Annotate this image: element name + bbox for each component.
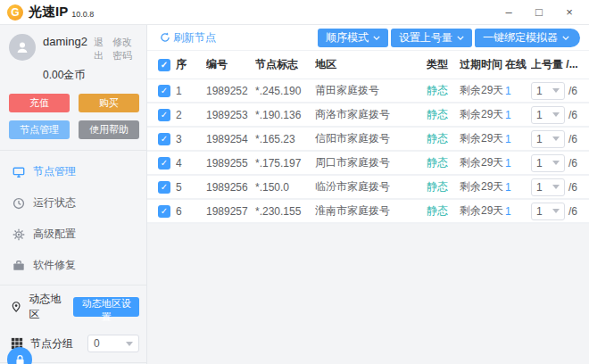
cell-id: 1989253 [206,109,255,121]
minimize-button[interactable]: – [496,3,521,22]
row-checkbox[interactable]: ✓ [158,205,170,218]
main-toolbar: 刷新节点 顺序模式 设置上号量 一键绑定模拟器 [147,25,589,50]
table-row: ✓ 6 1989257 *.230.155 淮南市家庭拨号 静态 剩余29天 1… [147,200,589,224]
cell-id: 1989257 [206,205,255,218]
sidebar-item-software-repair[interactable]: 软件修复 [0,250,146,281]
chevron-down-icon [562,36,569,40]
sidebar-item-run-status[interactable]: 运行状态 [0,187,146,219]
set-slots-button[interactable]: 设置上号量 [391,29,472,47]
node-group-label: 节点分组 [30,336,73,352]
cell-expire: 剩余29天 [460,155,505,170]
clock-icon [12,197,25,210]
refresh-label: 刷新节点 [173,30,216,46]
slots-select[interactable]: 1 [531,130,565,148]
close-button[interactable]: × [557,3,582,22]
help-button[interactable]: 使用帮助 [79,120,139,139]
sidebar: daming2 退出 修改密码 0.00金币 充值 购买 节点管理 使用帮助 节… [0,25,147,364]
table-row: ✓ 3 1989254 *.165.23 信阳市家庭拨号 静态 剩余29天 1 … [147,128,589,152]
sidebar-item-node-manage[interactable]: 节点管理 [0,156,146,187]
cell-expire: 剩余29天 [460,179,505,194]
sidebar-item-label: 节点管理 [33,164,76,179]
header-node: 节点标志 [255,57,315,72]
refresh-nodes-button[interactable]: 刷新节点 [160,30,216,46]
bind-emulator-button[interactable]: 一键绑定模拟器 [475,29,580,47]
slots-select[interactable]: 1 [531,82,565,100]
slots-select[interactable]: 1 [531,154,565,172]
cell-expire: 剩余29天 [460,131,505,146]
slots-value: 1 [536,205,543,218]
cell-id: 1989256 [206,181,255,194]
slots-max: /6 [568,133,577,145]
logout-link[interactable]: 退出 [94,36,106,62]
chevron-down-icon [373,36,380,40]
lock-icon [14,354,26,364]
cell-online: 1 [505,85,531,97]
table-row: ✓ 2 1989253 *.190.136 商洛市家庭拨号 静态 剩余29天 1… [147,103,589,128]
row-checkbox[interactable]: ✓ [158,157,170,170]
refresh-icon [160,32,170,43]
avatar [9,34,36,61]
sidebar-item-label: 软件修复 [33,258,76,273]
cell-region: 信阳市家庭拨号 [315,131,427,146]
row-checkbox[interactable]: ✓ [158,85,170,97]
node-manage-button[interactable]: 节点管理 [9,120,70,139]
row-checkbox[interactable]: ✓ [158,109,170,121]
recharge-button[interactable]: 充值 [9,94,70,112]
toolbox-icon [12,260,25,272]
cell-region: 淮南市家庭拨号 [315,203,427,219]
cell-type: 静态 [427,203,460,219]
maximize-button[interactable]: □ [527,3,552,22]
header-expire: 过期时间 [460,57,505,72]
row-checkbox[interactable]: ✓ [158,133,170,145]
balance: 0.00金币 [43,68,137,83]
buy-button[interactable]: 购买 [79,94,139,112]
table-row: ✓ 1 1989252 *.245.190 莆田家庭拨号 静态 剩余29天 1 … [147,79,589,103]
chevron-down-icon [552,136,560,141]
sidebar-item-advanced-config[interactable]: 高级配置 [0,219,146,250]
cell-seq: 3 [176,133,206,145]
slots-value: 1 [536,157,543,170]
cell-region: 周口市家庭拨号 [315,155,427,170]
chevron-down-icon [552,112,560,117]
header-online: 在线 [505,57,531,72]
monitor-icon [12,166,25,178]
row-checkbox[interactable]: ✓ [158,181,170,194]
order-mode-button[interactable]: 顺序模式 [318,29,388,47]
cell-seq: 1 [176,85,206,97]
select-all-checkbox[interactable]: ✓ [158,59,170,71]
titlebar: G 光速IP 10.0.8 – □ × [0,0,589,25]
cell-seq: 6 [176,205,206,218]
dynamic-region-row: 动态地区 动态地区设置 [0,285,146,328]
cell-expire: 剩余29天 [460,203,505,219]
dynamic-region-settings-button[interactable]: 动态地区设置 [73,297,139,317]
slots-select[interactable]: 1 [531,203,565,220]
cell-online: 1 [505,133,531,145]
app-logo-icon: G [7,4,23,21]
slots-value: 1 [536,181,543,194]
chevron-down-icon [552,185,560,189]
toolbar-buttons: 顺序模式 设置上号量 一键绑定模拟器 [318,29,580,47]
slots-max: /6 [568,205,577,218]
slots-select[interactable]: 1 [531,178,565,196]
cell-node: *.175.197 [255,157,315,170]
cell-expire: 剩余29天 [460,107,505,122]
header-type: 类型 [427,57,460,72]
cell-seq: 5 [176,181,206,194]
cell-node: *.230.155 [255,205,315,218]
table-row: ✓ 4 1989255 *.175.197 周口市家庭拨号 静态 剩余29天 1… [147,152,589,176]
header-slots: 上号量 /... [531,57,588,72]
cell-node: *.190.136 [255,109,315,121]
sidebar-item-label: 运行状态 [33,195,76,211]
node-group-select[interactable]: 0 [87,335,139,352]
sidebar-menu: 节点管理 运行状态 高级配置 软件修复 [0,151,146,285]
cell-type: 静态 [427,155,460,170]
chevron-down-icon [126,342,133,346]
slots-max: /6 [568,109,577,121]
slots-max: /6 [568,157,577,170]
table-body: ✓ 1 1989252 *.245.190 莆田家庭拨号 静态 剩余29天 1 … [147,79,589,224]
change-password-link[interactable]: 修改密码 [112,36,137,62]
slots-value: 1 [536,133,543,145]
main-panel: 刷新节点 顺序模式 设置上号量 一键绑定模拟器 ✓ 序 编号 [147,25,589,364]
slots-select[interactable]: 1 [531,106,565,124]
header-region: 地区 [315,57,427,72]
